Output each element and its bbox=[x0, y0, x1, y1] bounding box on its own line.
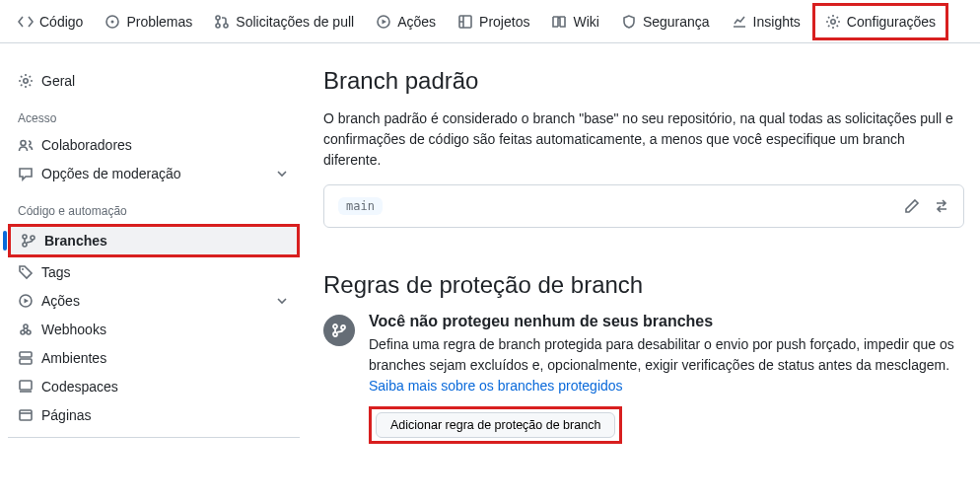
sidebar-moderation[interactable]: Opções de moderação bbox=[8, 160, 300, 187]
svg-point-7 bbox=[831, 19, 835, 23]
protect-learn-more-link[interactable]: Saiba mais sobre os branches protegidos bbox=[369, 378, 623, 394]
protect-desc: Defina uma regra de branch protegida par… bbox=[369, 336, 954, 373]
svg-rect-20 bbox=[20, 381, 32, 390]
nav-label: Wiki bbox=[573, 14, 598, 30]
svg-rect-18 bbox=[20, 352, 32, 357]
sidebar-collaborators[interactable]: Colaboradores bbox=[8, 131, 300, 159]
nav-label: Configurações bbox=[847, 14, 936, 30]
nav-pull-requests[interactable]: Solicitações de pull bbox=[204, 6, 364, 37]
issue-icon bbox=[105, 14, 120, 30]
sidebar-webhooks[interactable]: Webhooks bbox=[8, 316, 300, 343]
nav-actions[interactable]: Ações bbox=[366, 6, 446, 37]
pr-icon bbox=[214, 14, 230, 30]
main-content: Branch padrão O branch padrão é consider… bbox=[323, 67, 964, 446]
svg-point-16 bbox=[27, 330, 31, 334]
add-rule-highlight: Adicionar regra de proteção de branch bbox=[369, 406, 622, 444]
protect-heading: Você não protegeu nenhum de seus branche… bbox=[369, 313, 964, 330]
nav-label: Insights bbox=[753, 14, 801, 30]
switch-icon[interactable] bbox=[934, 198, 949, 214]
nav-label: Projetos bbox=[479, 14, 529, 30]
settings-sidebar: Geral Acesso Colaboradores Opções de mod… bbox=[8, 67, 300, 446]
protection-rules-title: Regras de proteção de branch bbox=[323, 271, 964, 299]
default-branch-box: main bbox=[323, 184, 964, 228]
svg-point-11 bbox=[23, 243, 27, 247]
branch-circle-icon bbox=[323, 315, 355, 346]
svg-point-1 bbox=[111, 20, 114, 23]
nav-projects[interactable]: Projetos bbox=[448, 6, 539, 37]
sidebar-general[interactable]: Geral bbox=[8, 67, 300, 95]
sidebar-actions[interactable]: Ações bbox=[8, 287, 300, 315]
project-icon bbox=[457, 14, 473, 30]
sidebar-label: Codespaces bbox=[41, 379, 118, 395]
nav-code[interactable]: Código bbox=[8, 6, 93, 37]
svg-point-22 bbox=[333, 324, 337, 328]
nav-label: Problemas bbox=[126, 14, 192, 30]
sidebar-heading-access: Acesso bbox=[8, 96, 300, 131]
nav-label: Código bbox=[39, 14, 83, 30]
sidebar-label: Branches bbox=[44, 233, 107, 249]
sidebar-label: Colaboradores bbox=[41, 137, 132, 153]
svg-point-2 bbox=[216, 16, 220, 20]
play-icon bbox=[18, 293, 34, 309]
svg-point-24 bbox=[341, 325, 345, 329]
svg-point-4 bbox=[224, 24, 228, 28]
webhook-icon bbox=[18, 322, 34, 337]
chevron-down-icon bbox=[274, 293, 290, 309]
nav-label: Segurança bbox=[643, 14, 710, 30]
sidebar-label: Páginas bbox=[41, 407, 92, 423]
sidebar-pages[interactable]: Páginas bbox=[8, 401, 300, 429]
sidebar-label: Opções de moderação bbox=[41, 166, 181, 181]
default-branch-desc: O branch padrão é considerado o branch "… bbox=[323, 108, 964, 171]
svg-rect-21 bbox=[20, 410, 32, 420]
sidebar-label: Tags bbox=[41, 264, 71, 280]
pencil-icon[interactable] bbox=[904, 198, 920, 214]
svg-point-15 bbox=[21, 330, 25, 334]
top-nav: Código Problemas Solicitações de pull Aç… bbox=[0, 0, 980, 43]
sidebar-label: Geral bbox=[41, 73, 75, 89]
svg-point-13 bbox=[22, 268, 24, 270]
sidebar-label: Webhooks bbox=[41, 322, 106, 337]
gear-icon bbox=[18, 73, 34, 89]
nav-label: Ações bbox=[397, 14, 436, 30]
svg-point-8 bbox=[24, 79, 28, 83]
play-icon bbox=[376, 14, 391, 30]
default-branch-title: Branch padrão bbox=[323, 67, 964, 95]
sidebar-environments[interactable]: Ambientes bbox=[8, 344, 300, 372]
sidebar-tags[interactable]: Tags bbox=[8, 258, 300, 286]
comment-icon bbox=[18, 166, 34, 181]
nav-issues[interactable]: Problemas bbox=[95, 6, 202, 37]
sidebar-heading-code: Código e automação bbox=[8, 188, 300, 224]
gear-icon bbox=[825, 14, 841, 30]
nav-label: Solicitações de pull bbox=[236, 14, 354, 30]
chevron-down-icon bbox=[274, 166, 290, 181]
add-rule-button[interactable]: Adicionar regra de proteção de branch bbox=[376, 412, 615, 438]
sidebar-branches[interactable]: Branches bbox=[8, 224, 300, 257]
svg-point-3 bbox=[216, 24, 220, 28]
svg-rect-19 bbox=[20, 359, 32, 364]
svg-point-9 bbox=[21, 141, 26, 146]
graph-icon bbox=[732, 14, 747, 30]
sidebar-divider bbox=[8, 437, 300, 438]
sidebar-codespaces[interactable]: Codespaces bbox=[8, 373, 300, 400]
book-icon bbox=[551, 14, 567, 30]
people-icon bbox=[18, 137, 34, 153]
codespaces-icon bbox=[18, 379, 34, 395]
sidebar-label: Ambientes bbox=[41, 350, 106, 366]
sidebar-label: Ações bbox=[41, 293, 80, 309]
branch-icon bbox=[21, 233, 36, 249]
branch-chip: main bbox=[338, 197, 383, 215]
svg-point-10 bbox=[23, 235, 27, 239]
nav-security[interactable]: Segurança bbox=[611, 6, 720, 37]
protection-info: Você não protegeu nenhum de seus branche… bbox=[323, 313, 964, 444]
nav-wiki[interactable]: Wiki bbox=[541, 6, 608, 37]
svg-point-23 bbox=[333, 332, 337, 336]
shield-icon bbox=[621, 14, 637, 30]
nav-settings[interactable]: Configurações bbox=[812, 3, 948, 40]
code-icon bbox=[18, 14, 34, 30]
nav-insights[interactable]: Insights bbox=[722, 6, 810, 37]
svg-point-12 bbox=[31, 236, 35, 240]
browser-icon bbox=[18, 407, 34, 423]
server-icon bbox=[18, 350, 34, 366]
tag-icon bbox=[18, 264, 34, 280]
